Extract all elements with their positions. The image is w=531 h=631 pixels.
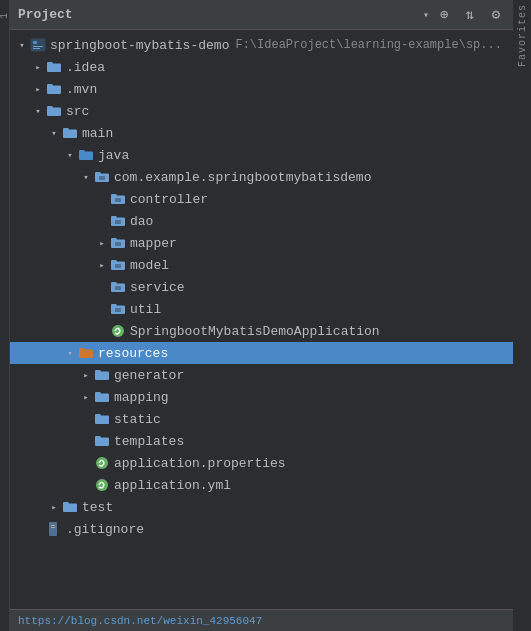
left-stripe: 1 — [0, 0, 10, 631]
tree-item-main[interactable]: ▾ main — [10, 122, 513, 144]
tree-arrow-appprops[interactable] — [78, 455, 94, 471]
tree-arrow-root[interactable]: ▾ — [14, 37, 30, 53]
tree-arrow-mapping[interactable]: ▸ — [78, 389, 94, 405]
tree-label-idea: .idea — [66, 60, 105, 75]
tree-arrow-appyml[interactable] — [78, 477, 94, 493]
svg-rect-14 — [49, 522, 57, 536]
svg-rect-7 — [115, 242, 121, 246]
tree-label-gitignore: .gitignore — [66, 522, 144, 537]
tree-arrow-generator[interactable]: ▸ — [78, 367, 94, 383]
folder-package-icon — [110, 235, 126, 251]
tree-arrow-controller[interactable] — [94, 191, 110, 207]
tree-item-mvn[interactable]: ▸ .mvn — [10, 78, 513, 100]
tree-label-generator: generator — [114, 368, 184, 383]
tree-arrow-idea[interactable]: ▸ — [30, 59, 46, 75]
tree-arrow-model[interactable]: ▸ — [94, 257, 110, 273]
tree-item-java[interactable]: ▾ java — [10, 144, 513, 166]
folder-package-icon — [110, 301, 126, 317]
settings-icon[interactable]: ⚙ — [487, 6, 505, 24]
svg-rect-16 — [51, 527, 55, 528]
svg-rect-5 — [115, 198, 121, 202]
tree-item-service[interactable]: service — [10, 276, 513, 298]
tree-arrow-main[interactable]: ▾ — [46, 125, 62, 141]
tree-arrow-dao[interactable] — [94, 213, 110, 229]
tree-arrow-app[interactable] — [94, 323, 110, 339]
tree-path-root: F:\IdeaProject\learning-example\sp... — [235, 38, 501, 52]
folder-package-icon — [110, 213, 126, 229]
svg-rect-10 — [115, 308, 121, 312]
folder-package-icon — [110, 279, 126, 295]
tree-arrow-src[interactable]: ▾ — [30, 103, 46, 119]
tree-item-src[interactable]: ▾ src — [10, 100, 513, 122]
tree-label-main: main — [82, 126, 113, 141]
left-stripe-label: 1 — [0, 12, 10, 19]
project-icon — [30, 37, 46, 53]
add-icon[interactable]: ⊕ — [435, 6, 453, 24]
tree-item-appyml[interactable]: application.yml — [10, 474, 513, 496]
svg-point-11 — [112, 325, 124, 337]
tree-arrow-static[interactable] — [78, 411, 94, 427]
folder-resources-icon — [78, 345, 94, 361]
folder-package-icon — [110, 191, 126, 207]
tree-item-util[interactable]: util — [10, 298, 513, 320]
tree-item-templates[interactable]: templates — [10, 430, 513, 452]
tree-item-app[interactable]: SpringbootMybatisDemoApplication — [10, 320, 513, 342]
svg-rect-2 — [33, 46, 43, 47]
tree-arrow-java[interactable]: ▾ — [62, 147, 78, 163]
folder-icon — [46, 59, 62, 75]
folder-icon — [46, 81, 62, 97]
tree-label-resources: resources — [98, 346, 168, 361]
file-icon — [46, 521, 62, 537]
spring-file-icon — [94, 477, 110, 493]
tree-arrow-com[interactable]: ▾ — [78, 169, 94, 185]
svg-rect-8 — [115, 264, 121, 268]
tree-arrow-mapper[interactable]: ▸ — [94, 235, 110, 251]
tree-arrow-resources[interactable]: ▾ — [62, 345, 78, 361]
right-stripe: Favorites — [513, 0, 531, 631]
tree-item-idea[interactable]: ▸ .idea — [10, 56, 513, 78]
tree-item-static[interactable]: static — [10, 408, 513, 430]
tree-label-dao: dao — [130, 214, 153, 229]
folder-icon — [62, 125, 78, 141]
tree-arrow-templates[interactable] — [78, 433, 94, 449]
tree-item-appprops[interactable]: application.properties — [10, 452, 513, 474]
toolbar: Project ▾ ⊕ ⇅ ⚙ — [10, 0, 513, 30]
tree-item-gitignore[interactable]: .gitignore — [10, 518, 513, 540]
tree-item-controller[interactable]: controller — [10, 188, 513, 210]
status-url[interactable]: https://blog.csdn.net/weixin_42956047 — [18, 615, 262, 627]
svg-rect-0 — [31, 39, 45, 51]
tree-label-templates: templates — [114, 434, 184, 449]
tree-label-mapping: mapping — [114, 390, 169, 405]
folder-icon — [94, 411, 110, 427]
tree-label-controller: controller — [130, 192, 208, 207]
tree-label-com: com.example.springbootmybatisdemo — [114, 170, 371, 185]
svg-rect-9 — [115, 286, 121, 290]
tree-item-resources[interactable]: ▾ resources — [10, 342, 513, 364]
tree-arrow-util[interactable] — [94, 301, 110, 317]
folder-icon — [94, 367, 110, 383]
tree-label-mapper: mapper — [130, 236, 177, 251]
status-bar: https://blog.csdn.net/weixin_42956047 — [10, 609, 513, 631]
svg-rect-15 — [51, 525, 55, 526]
svg-rect-1 — [33, 41, 37, 44]
tree-item-model[interactable]: ▸ model — [10, 254, 513, 276]
tree-item-root[interactable]: ▾ springboot-mybatis-demoF:\IdeaProject\… — [10, 34, 513, 56]
tree-arrow-mvn[interactable]: ▸ — [30, 81, 46, 97]
tree-item-com[interactable]: ▾ com.example.springbootmybatisdemo — [10, 166, 513, 188]
tree-item-mapping[interactable]: ▸ mapping — [10, 386, 513, 408]
tree-item-generator[interactable]: ▸ generator — [10, 364, 513, 386]
tree-item-test[interactable]: ▸ test — [10, 496, 513, 518]
tree-arrow-service[interactable] — [94, 279, 110, 295]
tree-arrow-gitignore[interactable] — [30, 521, 46, 537]
svg-point-13 — [96, 479, 108, 491]
tree-item-mapper[interactable]: ▸ mapper — [10, 232, 513, 254]
tree-label-mvn: .mvn — [66, 82, 97, 97]
svg-rect-3 — [33, 48, 40, 49]
tree-item-dao[interactable]: dao — [10, 210, 513, 232]
collapse-icon[interactable]: ⇅ — [461, 6, 479, 24]
dropdown-arrow[interactable]: ▾ — [423, 9, 429, 21]
tree-label-appyml: application.yml — [114, 478, 231, 493]
tree-arrow-test[interactable]: ▸ — [46, 499, 62, 515]
tree-container[interactable]: ▾ springboot-mybatis-demoF:\IdeaProject\… — [10, 30, 513, 609]
tree-label-appprops: application.properties — [114, 456, 286, 471]
